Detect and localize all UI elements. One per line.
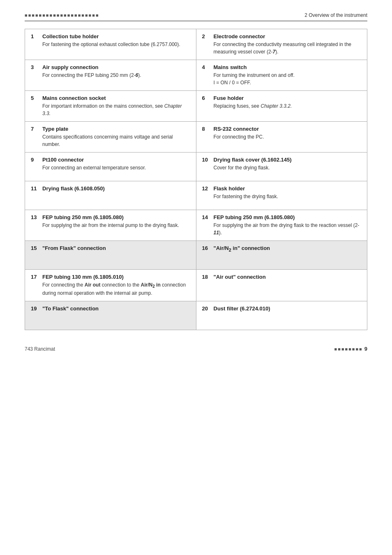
list-item: 2Electrode connectorFor connecting the c… [196,29,368,60]
item-number: 6 [202,95,210,101]
item-title: "Air/N2 in" connection [214,245,270,252]
item-number: 3 [31,64,39,70]
list-item: 15"From Flask" connection [25,241,196,270]
header-title: 2 Overview of the instrument [304,12,367,18]
item-title: FEP tubing 250 mm (6.1805.080) [42,214,124,220]
item-number: 1 [31,33,39,39]
item-title: "Air out" connection [214,274,266,280]
item-title: FEP tubing 250 mm (6.1805.080) [214,214,295,220]
list-item: 3Air supply connectionFor connecting the… [25,60,196,91]
list-item: 11Drying flask (6.1608.050) [25,181,196,210]
item-number: 7 [31,126,39,132]
item-number: 17 [31,274,39,280]
item-description: For connecting the FEP tubing 250 mm (2-… [31,72,190,79]
item-number: 18 [202,274,210,280]
item-title: Mains switch [214,64,247,70]
item-number: 14 [202,214,210,220]
item-title: Type plate [42,126,68,132]
list-item: 18"Air out" connection [196,270,368,301]
item-number: 16 [202,245,210,251]
item-title: Mains connection socket [42,95,106,101]
item-number: 11 [31,185,39,192]
list-item: 6Fuse holderReplacing fuses, see Chapter… [196,91,368,122]
item-title: FEP tubing 130 mm (6.1805.010) [42,274,124,280]
content-grid: 1Collection tube holderFor fastening the… [25,29,367,330]
item-number: 15 [31,245,39,251]
page-footer: 743 Rancimat ■■■■■■■■ 9 [25,342,367,352]
list-item: 14FEP tubing 250 mm (6.1805.080)For supp… [196,210,368,241]
footer-dashes: ■■■■■■■■ [334,347,363,352]
item-title: "From Flask" connection [42,245,106,251]
item-description: Replacing fuses, see Chapter 3.3.2. [202,102,362,110]
item-description: For supplying the air from the internal … [31,222,190,229]
list-item: 7Type plateContains specifications conce… [25,122,196,153]
item-number: 19 [31,305,39,312]
item-number: 20 [202,305,210,312]
item-description: For connecting the PC. [202,133,362,141]
item-description: For fastening the optional exhaust colle… [31,41,190,48]
item-number: 2 [202,33,210,39]
item-number: 4 [202,64,210,70]
item-title: RS-232 connector [214,126,259,132]
list-item: 9Pt100 connectorFor connecting an extern… [25,153,196,181]
item-description: For turning the instrument on and off.I … [202,72,362,86]
list-item: 4Mains switchFor turning the instrument … [196,60,368,91]
list-item: 8RS-232 connectorFor connecting the PC. [196,122,368,153]
list-item: 5Mains connection socketFor important in… [25,91,196,122]
page: ■■■■■■■■■■■■■■■■■■■■■ 2 Overview of the … [0,0,392,555]
item-description: For connecting the conductivity measurin… [202,41,362,56]
item-title: Flask holder [214,185,245,192]
list-item: 1Collection tube holderFor fastening the… [25,29,196,60]
item-description: Cover for the drying flask. [202,164,362,171]
item-title: Pt100 connector [42,157,84,163]
footer-page-number: 9 [364,346,367,352]
item-number: 9 [31,157,39,163]
item-title: Collection tube holder [42,33,99,39]
footer-product: 743 Rancimat [25,346,55,352]
list-item: 17FEP tubing 130 mm (6.1805.010)For conn… [25,270,196,301]
item-description: For connecting the Air out connection to… [31,281,190,297]
item-title: "To Flask" connection [42,305,99,312]
item-title: Drying flask (6.1608.050) [42,185,105,192]
list-item: 12Flask holderFor fastening the drying f… [196,181,368,210]
item-number: 5 [31,95,39,101]
list-item: 16"Air/N2 in" connection [196,241,368,270]
item-title: Electrode connector [214,33,265,39]
item-number: 8 [202,126,210,132]
item-description: For fastening the drying flask. [202,193,362,200]
item-description: For important information on the mains c… [31,102,190,117]
header-dashes: ■■■■■■■■■■■■■■■■■■■■■ [25,13,99,18]
footer-page: ■■■■■■■■ 9 [334,346,367,352]
item-title: Dust filter (6.2724.010) [214,305,270,312]
list-item: 20Dust filter (6.2724.010) [196,301,368,330]
item-title: Air supply connection [42,64,99,70]
item-description: For connecting an external temperature s… [31,164,190,171]
item-number: 10 [202,157,210,163]
list-item: 13FEP tubing 250 mm (6.1805.080)For supp… [25,210,196,241]
list-item: 10Drying flask cover (6.1602.145)Cover f… [196,153,368,181]
item-title: Drying flask cover (6.1602.145) [214,157,292,163]
page-header: ■■■■■■■■■■■■■■■■■■■■■ 2 Overview of the … [25,12,367,21]
item-title: Fuse holder [214,95,244,101]
item-number: 12 [202,185,210,192]
item-number: 13 [31,214,39,220]
list-item: 19"To Flask" connection [25,301,196,330]
item-description: Contains specifications concerning mains… [31,133,190,148]
item-description: For supplying the air from the drying fl… [202,222,362,236]
